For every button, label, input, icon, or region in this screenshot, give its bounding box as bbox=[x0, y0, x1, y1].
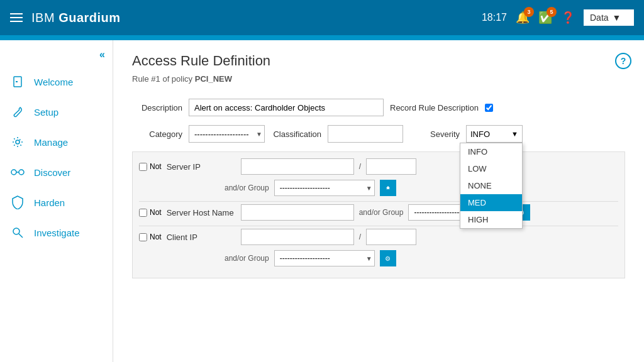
server-ip-group-label: and/or Group bbox=[225, 184, 269, 192]
topbar: IBM Guardium 18:17 🔔 3 ✅ 5 ❓ Data ▼ bbox=[0, 0, 644, 35]
sidebar-item-manage[interactable]: Manage bbox=[0, 127, 113, 157]
server-ip-field-label: Server IP bbox=[167, 162, 236, 172]
server-ip-group-action-btn[interactable] bbox=[380, 180, 396, 196]
severity-trigger[interactable]: INFO ▼ bbox=[466, 125, 523, 143]
record-rule-checkbox[interactable] bbox=[485, 104, 493, 112]
svg-text:⚙: ⚙ bbox=[385, 255, 391, 262]
category-select[interactable]: -------------------- bbox=[189, 125, 265, 143]
svg-point-6 bbox=[13, 228, 19, 234]
classification-label: Classification bbox=[271, 129, 321, 139]
server-ip-not-label: Not bbox=[139, 162, 162, 171]
bell-icon[interactable]: 🔔 3 bbox=[516, 11, 530, 25]
client-ip-row: Not Client IP / bbox=[139, 229, 618, 245]
client-ip-not-label: Not bbox=[139, 233, 162, 241]
svg-point-2 bbox=[16, 140, 19, 144]
sidebar-item-harden[interactable]: Harden bbox=[0, 187, 113, 217]
svg-point-4 bbox=[19, 170, 24, 175]
category-row: Category -------------------- ▼ Classifi… bbox=[132, 125, 625, 143]
client-ip-mask-input[interactable] bbox=[366, 229, 416, 245]
sidebar-item-discover[interactable]: Discover bbox=[0, 157, 113, 187]
sidebar-label-manage: Manage bbox=[34, 137, 68, 148]
hamburger-menu[interactable] bbox=[10, 13, 23, 22]
client-ip-not-checkbox[interactable] bbox=[139, 233, 147, 241]
sidebar-label-investigate: Investigate bbox=[34, 228, 80, 238]
category-select-wrapper: -------------------- ▼ bbox=[189, 125, 265, 143]
server-host-field-label: Server Host Name bbox=[167, 208, 236, 217]
server-host-input[interactable] bbox=[241, 204, 354, 221]
client-ip-group-action-btn[interactable]: ⚙ bbox=[380, 250, 396, 266]
tasks-icon[interactable]: ✅ 5 bbox=[538, 11, 552, 25]
severity-dropdown-arrow: ▼ bbox=[511, 130, 518, 138]
svg-rect-1 bbox=[16, 81, 18, 82]
sidebar-label-setup: Setup bbox=[34, 107, 58, 118]
main-content: ? Access Rule Definition Rule #1 of poli… bbox=[113, 40, 644, 362]
server-host-not-checkbox[interactable] bbox=[139, 209, 147, 217]
door-icon bbox=[10, 74, 25, 89]
server-ip-group-select[interactable]: -------------------- bbox=[274, 180, 375, 196]
server-ip-row: Not Server IP / bbox=[139, 158, 618, 175]
help-topbar-icon[interactable]: ❓ bbox=[561, 11, 575, 25]
sidebar-item-setup[interactable]: Setup bbox=[0, 97, 113, 127]
client-ip-group-label: and/or Group bbox=[225, 254, 269, 263]
app-logo: IBM Guardium bbox=[31, 11, 121, 25]
client-ip-slash: / bbox=[359, 233, 361, 241]
client-ip-group-row: and/or Group -------------------- ▼ ⚙ bbox=[139, 250, 618, 266]
severity-option-high[interactable]: HIGH bbox=[460, 211, 522, 228]
category-label: Category bbox=[132, 129, 182, 139]
client-ip-input[interactable] bbox=[241, 229, 354, 245]
secondary-bar bbox=[0, 35, 644, 40]
record-rule-label: Record Rule Description bbox=[390, 103, 479, 112]
server-ip-group-select-wrapper: -------------------- ▼ bbox=[274, 180, 375, 196]
page-title: Access Rule Definition bbox=[132, 53, 625, 69]
server-host-row: Not Server Host Name and/or Group ------… bbox=[139, 204, 618, 221]
svg-line-7 bbox=[19, 234, 23, 238]
description-row: Description Record Rule Description bbox=[132, 99, 625, 116]
severity-option-low[interactable]: LOW bbox=[460, 160, 522, 177]
shield-icon bbox=[10, 195, 25, 210]
gear-icon bbox=[10, 134, 25, 150]
severity-dropdown: INFO LOW NONE MED HIGH bbox=[460, 143, 523, 229]
sidebar-label-harden: Harden bbox=[34, 197, 65, 208]
help-icon[interactable]: ? bbox=[615, 53, 631, 69]
sidebar-item-welcome[interactable]: Welcome bbox=[0, 67, 113, 97]
glasses-icon bbox=[10, 165, 25, 180]
severity-option-info[interactable]: INFO bbox=[460, 143, 522, 160]
server-host-not-label: Not bbox=[139, 208, 162, 217]
investigate-icon bbox=[10, 225, 25, 240]
rule-info: Rule #1 of policy PCI_NEW bbox=[132, 74, 625, 84]
classification-input[interactable] bbox=[328, 125, 403, 143]
severity-option-med[interactable]: MED bbox=[460, 194, 522, 211]
tasks-badge: 5 bbox=[547, 7, 557, 17]
sidebar-label-discover: Discover bbox=[34, 167, 70, 178]
severity-current-value: INFO bbox=[470, 129, 490, 139]
bell-badge: 3 bbox=[524, 7, 534, 17]
description-input[interactable] bbox=[189, 99, 384, 116]
data-dropdown[interactable]: Data ▼ bbox=[584, 9, 634, 26]
description-label: Description bbox=[132, 103, 182, 112]
server-ip-group-row: and/or Group -------------------- ▼ bbox=[139, 180, 618, 196]
server-ip-not-checkbox[interactable] bbox=[139, 163, 147, 171]
divider-1 bbox=[139, 201, 618, 202]
rules-area: Not Server IP / and/or Group -----------… bbox=[132, 151, 625, 278]
svg-point-3 bbox=[11, 170, 16, 175]
client-ip-group-select[interactable]: -------------------- bbox=[274, 250, 375, 266]
severity-option-none[interactable]: NONE bbox=[460, 177, 522, 194]
divider-2 bbox=[139, 226, 618, 226]
server-ip-input[interactable] bbox=[241, 158, 354, 175]
severity-wrapper: INFO ▼ INFO LOW NONE MED HIGH bbox=[466, 125, 523, 143]
sidebar: « Welcome Setup Manage Discover bbox=[0, 40, 113, 362]
client-ip-group-select-wrapper: -------------------- ▼ bbox=[274, 250, 375, 266]
sidebar-item-investigate[interactable]: Investigate bbox=[0, 217, 113, 248]
wrench-icon bbox=[10, 104, 25, 119]
server-ip-slash: / bbox=[359, 162, 361, 171]
sidebar-label-welcome: Welcome bbox=[34, 77, 73, 87]
server-ip-mask-input[interactable] bbox=[366, 158, 416, 175]
sidebar-collapse-btn[interactable]: « bbox=[0, 47, 113, 67]
topbar-time: 18:17 bbox=[482, 12, 507, 23]
server-host-group-label: and/or Group bbox=[359, 208, 404, 217]
severity-label: Severity bbox=[409, 129, 460, 139]
client-ip-field-label: Client IP bbox=[167, 233, 236, 242]
